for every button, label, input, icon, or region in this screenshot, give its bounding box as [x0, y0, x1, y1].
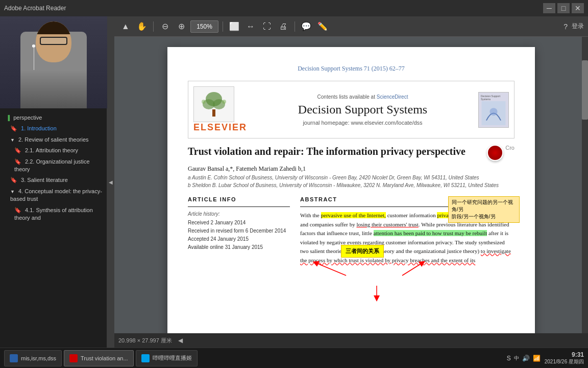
annotation-relationship: 三者间的关系 — [341, 245, 384, 258]
zoom-out-button[interactable]: ⊖ — [158, 19, 172, 34]
main-layout: ▐ perspective 🔖 1. Introduction ▼ 2. Rev… — [0, 16, 588, 348]
affil-b: b Sheldon B. Lubar School of Business, U… — [188, 182, 514, 188]
contents-available-text: Contents lists available at ScienceDirec… — [255, 94, 470, 100]
sidebar-item-conceptual[interactable]: ▼ 4. Conceptual model: the privacy-based… — [0, 186, 107, 205]
glasses — [40, 37, 67, 45]
toolbar-divider-3 — [295, 21, 295, 32]
maximize-button[interactable]: □ — [557, 3, 570, 13]
taskbar-S-icon: S — [507, 355, 511, 362]
earphone-wire — [34, 44, 34, 70]
help-icon[interactable]: ? — [564, 22, 568, 31]
full-screen-button[interactable]: ⛶ — [260, 19, 274, 34]
fit-width-button[interactable]: ↔ — [243, 19, 258, 34]
zoom-input[interactable]: 150% — [190, 20, 218, 33]
taskbar-app-acrobat[interactable]: Trust violation an... — [64, 350, 134, 366]
expand2-icon: ▼ — [10, 189, 15, 194]
article-info-col: ARTICLE INFO Article history: Received 2… — [188, 196, 290, 265]
abstract-cont2: stomer — [391, 239, 406, 245]
sidebar-collapse-button[interactable]: ◀ — [107, 16, 114, 348]
pdf-toolbar: ▲ ✋ ⊖ ⊕ 150% ⬜ ↔ ⛶ 🖨 💬 ✏️ ? 登录 — [114, 16, 588, 37]
title-bar-controls: ─ □ ✕ — [543, 3, 584, 13]
affil-a: a Austin E. Cofrin School of Business, U… — [188, 175, 514, 180]
sidebar-item-introduction[interactable]: 🔖 1. Introduction — [0, 123, 107, 134]
green-bar-icon: ▐ — [6, 115, 10, 121]
abstract-col: ABSTRACT With the pervasive use of the I… — [300, 196, 514, 265]
highlight-pervasive: pervasive use of the Internet, — [321, 212, 386, 218]
elsevier-logo-area: ELSEVIER — [193, 86, 247, 133]
svg-rect-4 — [212, 109, 215, 117]
select-tool-button[interactable]: ▲ — [118, 19, 133, 34]
journal-homepage: journal homepage: www.elsevier.com/locat… — [255, 120, 470, 126]
taskbar-system-icons: S 中 🔊 📶 — [507, 355, 541, 362]
fit-page-button[interactable]: ⬜ — [227, 19, 241, 34]
annotation-marker — [487, 145, 503, 161]
taskbar-apps: mis,isr,ms,dss Trust violation an... 哔哩哔… — [4, 350, 198, 366]
clock: 9:31 2021/8/26 星期四 — [545, 351, 584, 365]
abstract-cont1: st, little — [355, 230, 372, 236]
online-text: Available online 31 January 2015 — [188, 243, 290, 251]
journal-banner: ELSEVIER Contents lists available at Sci… — [188, 81, 514, 139]
paper-title: Trust violation and repair: The informat… — [188, 145, 487, 158]
highlight-button[interactable]: ✏️ — [315, 19, 330, 34]
sound-icon: 🔊 — [522, 355, 530, 362]
comment-button[interactable]: 💬 — [299, 19, 313, 34]
lang-icon: 中 — [514, 355, 519, 362]
sidebar-item-org-justice[interactable]: 🔖 2.2. Organizational justice theory — [0, 156, 107, 175]
bookmark2-icon: 🔖 — [14, 147, 21, 153]
hand-tool-button[interactable]: ✋ — [135, 19, 149, 34]
highlight-attention: attention has been paid to how trust may… — [374, 230, 487, 236]
print-button[interactable]: 🖨 — [276, 19, 290, 34]
left-panel: ▐ perspective 🔖 1. Introduction ▼ 2. Rev… — [0, 16, 107, 348]
toolbar-right: ? 登录 — [564, 22, 584, 31]
journal-header: Decision Support Systems 71 (2015) 62–77 — [188, 63, 514, 73]
pdf-content-area[interactable]: Decision Support Systems 71 (2015) 62–77 — [114, 37, 588, 333]
taskbar-right: S 中 🔊 📶 9:31 2021/8/26 星期四 — [507, 351, 584, 365]
time-display: 9:31 — [545, 351, 584, 358]
minimize-button[interactable]: ─ — [543, 3, 555, 13]
accepted-text: Accepted 24 January 2015 — [188, 235, 290, 243]
title-bar: Adobe Acrobat Reader ─ □ ✕ — [0, 0, 588, 16]
journal-center: Contents lists available at ScienceDirec… — [255, 94, 470, 126]
mis-icon — [10, 354, 18, 362]
pdf-bottom-bar: 20.998 × 27.997 厘米 ◀ — [114, 333, 588, 348]
cro-text: Cro — [505, 145, 514, 151]
taskbar-app-bilibili[interactable]: 哔哩哔哩直播姬 — [136, 350, 198, 366]
article-divider — [188, 206, 290, 207]
webcam-view — [0, 16, 107, 108]
sidebar-item-salient[interactable]: 🔖 3. Salient literature — [0, 175, 107, 186]
sidebar-item-perspective[interactable]: ▐ perspective — [0, 112, 107, 123]
login-button[interactable]: 登录 — [572, 22, 584, 31]
svg-point-8 — [489, 108, 497, 116]
sidebar-item-synthesis[interactable]: 🔖 4.1. Synthesis of attribution theory a… — [0, 205, 107, 224]
received-text: Received 2 January 2014 — [188, 219, 290, 227]
annotation-perspective: 同一个研究问题的另一个视角/另 阶段/另一个视角/另 — [448, 196, 520, 223]
elsevier-tree-svg — [199, 89, 229, 120]
bookmark-icon: 🔖 — [10, 125, 17, 131]
taskbar-app-mis[interactable]: mis,isr,ms,dss — [4, 350, 62, 366]
pdf-scrollbar[interactable] — [582, 37, 588, 333]
toolbar-divider-2 — [223, 21, 223, 32]
acrobat-icon — [69, 354, 78, 362]
sidebar-item-attribution[interactable]: 🔖 2.1. Attribution theory — [0, 145, 107, 156]
taskbar: mis,isr,ms,dss Trust violation an... 哔哩哔… — [0, 348, 588, 368]
thumb-text: Decision SupportSystems — [481, 95, 506, 101]
abstract-cont3: ational — [430, 248, 446, 254]
bookmark3-icon: 🔖 — [14, 158, 21, 165]
thumb-svg — [481, 101, 506, 125]
paper-body: ARTICLE INFO Article history: Received 2… — [188, 196, 514, 265]
svg-point-5 — [202, 100, 206, 104]
prev-page-button[interactable]: ◀ — [178, 337, 183, 344]
zoom-in-button[interactable]: ⊕ — [174, 19, 188, 34]
pdf-scroll-thumb — [582, 60, 588, 120]
elsevier-img — [193, 86, 234, 122]
article-history-label: Article history: — [188, 211, 290, 217]
toolbar-divider-1 — [153, 21, 154, 32]
authors: Gaurav Bansal a,*, Fatemeh Mariam Zahedi… — [188, 165, 514, 173]
dss-thumbnail: Decision SupportSystems — [478, 92, 509, 128]
revised-text: Received in revised form 6 December 2014 — [188, 227, 290, 235]
sidebar-item-review[interactable]: ▼ 2. Review of salient theories — [0, 134, 107, 145]
annotation-continuation: 阶段/另一个视角/另 — [452, 214, 496, 219]
bilibili-icon — [141, 354, 150, 362]
close-button[interactable]: ✕ — [572, 3, 584, 13]
sciencedirect-link: ScienceDirect — [377, 94, 408, 100]
